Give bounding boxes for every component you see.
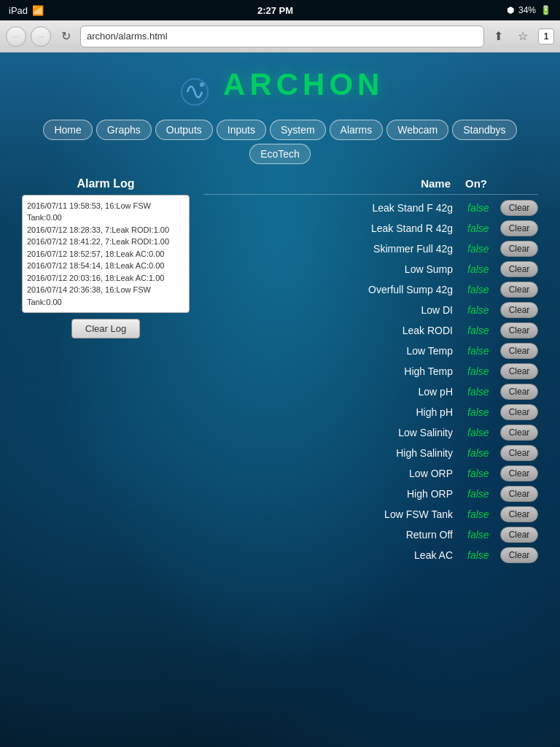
- back-button[interactable]: ←: [6, 26, 26, 47]
- nav-home[interactable]: Home: [43, 120, 92, 140]
- page-content: ARCHON Home Graphs Outputs Inputs System…: [0, 53, 560, 580]
- nav-inputs[interactable]: Inputs: [217, 120, 266, 140]
- alarm-name-label: Leak RODI: [204, 325, 467, 336]
- alarm-clear-button[interactable]: Clear: [500, 200, 538, 216]
- alarm-row: High pHfalseClear: [204, 402, 538, 422]
- alarm-clear-button[interactable]: Clear: [500, 241, 538, 257]
- alarm-row: High ORPfalseClear: [204, 484, 538, 504]
- alarm-status-value: false: [467, 406, 500, 418]
- battery-icon: 🔋: [540, 5, 551, 15]
- alarm-row: Leak ACfalseClear: [204, 545, 538, 565]
- nav-system[interactable]: System: [270, 120, 326, 140]
- alarm-clear-button[interactable]: Clear: [500, 547, 538, 563]
- alarm-row: Low SalinityfalseClear: [204, 422, 538, 443]
- alarm-status-value: false: [467, 222, 500, 234]
- main-layout: Alarm Log 2016/07/11 19:58:53, 16:Low FS…: [0, 170, 560, 573]
- alarm-clear-button[interactable]: Clear: [500, 322, 538, 338]
- alarm-status-value: false: [467, 284, 500, 295]
- alarm-name-label: Low Temp: [204, 345, 467, 357]
- alarm-clear-button[interactable]: Clear: [500, 425, 538, 441]
- alarm-status-value: false: [467, 263, 500, 275]
- alarm-status-value: false: [467, 202, 500, 214]
- reload-button[interactable]: ↻: [55, 26, 76, 47]
- bookmark-icon[interactable]: ☆: [513, 27, 532, 46]
- alarm-name-label: Low FSW Tank: [204, 508, 467, 520]
- alarm-status-value: false: [467, 345, 500, 357]
- alarm-name-label: High pH: [204, 406, 467, 418]
- nav-ecotech[interactable]: EcoTech: [249, 144, 311, 164]
- share-icon[interactable]: ⬆: [489, 27, 508, 46]
- alarm-name-label: Low ORP: [204, 468, 467, 479]
- alarm-log-panel: Alarm Log 2016/07/11 19:58:53, 16:Low FS…: [22, 177, 190, 565]
- alarm-status-value: false: [467, 508, 500, 520]
- alarm-name-label: Low Salinity: [204, 427, 467, 438]
- forward-button[interactable]: →: [31, 26, 51, 47]
- alarm-row: Low SumpfalseClear: [204, 259, 538, 279]
- alarm-status-value: false: [467, 529, 500, 541]
- col-on-header: On?: [465, 177, 538, 190]
- log-entry: 2016/07/12 18:52:57, 18:Leak AC:0.00: [27, 248, 184, 260]
- log-entry: 2016/07/12 20:03:16, 18:Leak AC:1.00: [27, 272, 184, 285]
- alarm-clear-button[interactable]: Clear: [500, 343, 538, 359]
- alarm-name-label: Low DI: [204, 304, 467, 316]
- alarm-row: Leak RODIfalseClear: [204, 320, 538, 341]
- col-name-header: Name: [204, 177, 465, 190]
- alarm-status-value: false: [467, 304, 500, 316]
- alarm-status-value: false: [467, 447, 500, 459]
- log-entry: 2016/07/12 18:41:22, 7:Leak RODI:1.00: [27, 236, 184, 248]
- alarm-name-label: Skimmer Full 42g: [204, 243, 467, 255]
- address-bar[interactable]: archon/alarms.html: [80, 26, 484, 47]
- alarm-clear-button[interactable]: Clear: [500, 404, 538, 420]
- alarm-clear-button[interactable]: Clear: [500, 384, 538, 400]
- alarm-clear-button[interactable]: Clear: [500, 465, 538, 481]
- alarm-name-label: Return Off: [204, 529, 467, 541]
- alarm-name-label: Leak Stand F 42g: [204, 202, 467, 214]
- alarm-clear-button[interactable]: Clear: [500, 302, 538, 318]
- alarms-panel: Name On? Leak Stand F 42gfalseClearLeak …: [204, 177, 538, 565]
- alarm-status-value: false: [467, 468, 500, 479]
- alarm-log-title: Alarm Log: [22, 177, 190, 190]
- alarm-clear-button[interactable]: Clear: [500, 445, 538, 461]
- alarms-header: Name On?: [204, 177, 538, 195]
- wifi-icon: 📶: [32, 5, 44, 16]
- nav-alarms[interactable]: Alarms: [330, 120, 384, 140]
- browser-actions: ⬆ ☆ 1: [489, 27, 554, 46]
- alarm-clear-button[interactable]: Clear: [500, 220, 538, 236]
- alarm-clear-button[interactable]: Clear: [500, 363, 538, 379]
- tab-count[interactable]: 1: [538, 28, 554, 44]
- alarm-rows-container: Leak Stand F 42gfalseClearLeak Stand R 4…: [204, 198, 538, 565]
- browser-bar: ← → ↻ archon/alarms.html ⬆ ☆ 1: [0, 20, 560, 53]
- alarm-status-value: false: [467, 488, 500, 500]
- alarm-clear-button[interactable]: Clear: [500, 486, 538, 502]
- alarm-row: Low DIfalseClear: [204, 300, 538, 320]
- alarm-clear-button[interactable]: Clear: [500, 261, 538, 277]
- log-entry: 2016/07/14 20:36:38, 16:Low FSW Tank:0.0…: [27, 284, 184, 308]
- alarm-clear-button[interactable]: Clear: [500, 282, 538, 298]
- svg-point-1: [200, 82, 204, 87]
- log-entry: 2016/07/12 18:28:33, 7:Leak RODI:1.00: [27, 224, 184, 236]
- alarm-row: Leak Stand R 42gfalseClear: [204, 218, 538, 239]
- alarm-status-value: false: [467, 549, 500, 561]
- alarm-name-label: Low Sump: [204, 263, 467, 275]
- alarm-clear-button[interactable]: Clear: [500, 506, 538, 522]
- clear-log-button[interactable]: Clear Log: [71, 319, 140, 338]
- alarm-row: Return OfffalseClear: [204, 525, 538, 545]
- alarm-clear-button[interactable]: Clear: [500, 527, 538, 543]
- alarm-row: Low TempfalseClear: [204, 341, 538, 361]
- nav-webcam[interactable]: Webcam: [386, 120, 448, 140]
- alarm-status-value: false: [467, 243, 500, 255]
- alarm-row: High SalinityfalseClear: [204, 443, 538, 463]
- alarm-row: Skimmer Full 42gfalseClear: [204, 239, 538, 259]
- nav-standbys[interactable]: Standbys: [452, 120, 516, 140]
- alarm-name-label: Low pH: [204, 386, 467, 398]
- alarm-row: High TempfalseClear: [204, 361, 538, 382]
- alarm-log-box: 2016/07/11 19:58:53, 16:Low FSW Tank:0.0…: [22, 195, 190, 314]
- nav-graphs[interactable]: Graphs: [96, 120, 152, 140]
- alarm-name-label: Leak AC: [204, 549, 467, 561]
- alarm-row: Low ORPfalseClear: [204, 463, 538, 484]
- nav-outputs[interactable]: Outputs: [155, 120, 213, 140]
- log-entry: 2016/07/11 19:58:53, 16:Low FSW Tank:0.0…: [27, 200, 184, 224]
- status-right: ⬢ 34% 🔋: [507, 5, 551, 15]
- alarm-row: Low pHfalseClear: [204, 382, 538, 402]
- log-entry: 2016/07/12 18:54:14, 18:Leak AC:0.00: [27, 260, 184, 272]
